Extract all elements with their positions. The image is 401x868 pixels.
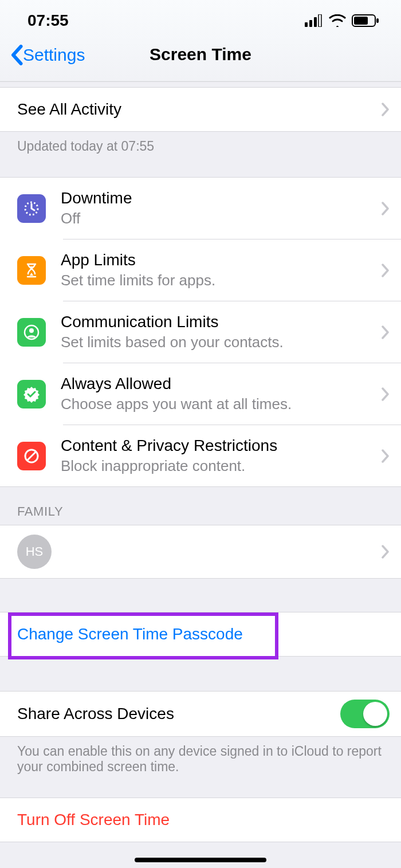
status-bar: 07:55 (0, 0, 401, 41)
cellular-icon (305, 14, 323, 27)
features-group: Downtime Off App Limits Set time limits … (0, 177, 401, 487)
change-passcode-row[interactable]: Change Screen Time Passcode (0, 612, 401, 656)
back-button[interactable]: Settings (10, 45, 85, 65)
passcode-group: Change Screen Time Passcode (0, 612, 401, 657)
svg-rect-1 (309, 20, 312, 27)
app-limits-sub: Set time limits for apps. (61, 272, 215, 289)
share-group: Share Across Devices (0, 691, 401, 737)
back-label: Settings (23, 45, 85, 65)
nav-bar: Settings Screen Time (0, 41, 401, 81)
chevron-right-icon (382, 202, 390, 215)
content-privacy-sub: Block inappropriate content. (61, 457, 277, 475)
svg-line-11 (27, 451, 36, 461)
chevron-right-icon (382, 545, 390, 559)
share-title: Share Across Devices (17, 705, 174, 723)
content-privacy-row[interactable]: Content & Privacy Restrictions Block ina… (0, 425, 401, 486)
home-indicator (135, 858, 266, 862)
chevron-left-icon (10, 45, 23, 65)
communication-limits-title: Communication Limits (61, 313, 284, 331)
svg-point-9 (29, 328, 34, 333)
always-allowed-title: Always Allowed (61, 375, 292, 393)
change-passcode-label: Change Screen Time Passcode (17, 625, 243, 643)
chevron-right-icon (382, 264, 390, 277)
chevron-right-icon (382, 449, 390, 463)
share-footer: You can enable this on any device signed… (0, 737, 401, 788)
downtime-title: Downtime (61, 189, 132, 207)
always-allowed-sub: Choose apps you want at all times. (61, 395, 292, 413)
family-group: HS (0, 525, 401, 579)
communication-limits-sub: Set limits based on your contacts. (61, 333, 284, 351)
chevron-right-icon (382, 387, 390, 401)
see-all-activity-row[interactable]: See All Activity (0, 88, 401, 131)
chevron-right-icon (382, 103, 390, 116)
person-circle-icon (17, 318, 46, 347)
downtime-row[interactable]: Downtime Off (0, 178, 401, 239)
avatar: HS (17, 535, 52, 569)
activity-group: See All Activity (0, 87, 401, 132)
wifi-icon (329, 14, 346, 27)
turn-off-label: Turn Off Screen Time (17, 811, 170, 829)
svg-rect-0 (305, 22, 308, 27)
see-all-activity-label: See All Activity (17, 100, 121, 119)
downtime-sub: Off (61, 210, 132, 227)
status-indicators (305, 14, 379, 27)
always-allowed-row[interactable]: Always Allowed Choose apps you want at a… (0, 363, 401, 425)
content-privacy-title: Content & Privacy Restrictions (61, 437, 277, 455)
family-member-row[interactable]: HS (0, 525, 401, 578)
activity-updated-label: Updated today at 07:55 (0, 132, 401, 154)
no-sign-icon (17, 442, 46, 470)
share-toggle[interactable] (340, 700, 390, 728)
status-time: 07:55 (27, 11, 69, 30)
hourglass-icon (17, 256, 46, 285)
communication-limits-row[interactable]: Communication Limits Set limits based on… (0, 301, 401, 363)
turnoff-group: Turn Off Screen Time (0, 798, 401, 842)
share-across-devices-row[interactable]: Share Across Devices (0, 692, 401, 736)
chevron-right-icon (382, 325, 390, 339)
page-title: Screen Time (150, 45, 251, 64)
svg-rect-3 (319, 14, 321, 27)
svg-rect-2 (314, 17, 317, 27)
app-limits-title: App Limits (61, 251, 215, 269)
checkmark-seal-icon (17, 380, 46, 409)
downtime-icon (17, 194, 46, 223)
app-limits-row[interactable]: App Limits Set time limits for apps. (0, 239, 401, 301)
svg-rect-5 (376, 18, 379, 23)
turn-off-row[interactable]: Turn Off Screen Time (0, 798, 401, 842)
family-header: FAMILY (0, 487, 401, 525)
svg-rect-6 (354, 17, 368, 25)
battery-icon (352, 14, 379, 27)
